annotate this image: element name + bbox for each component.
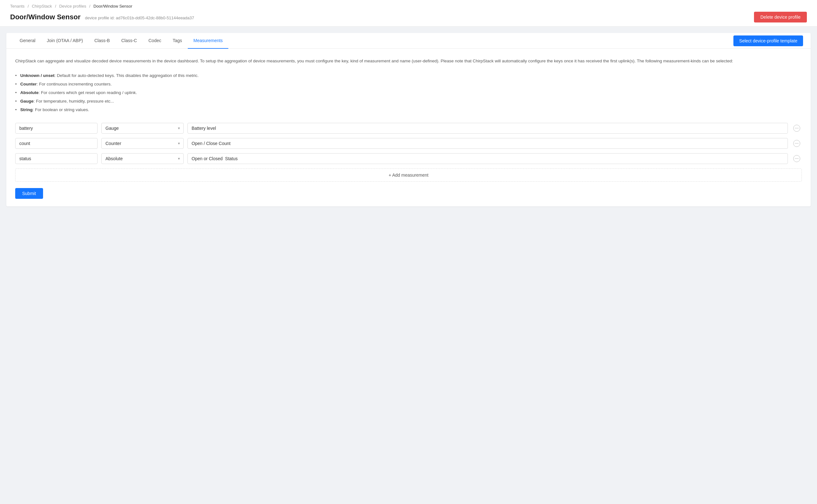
page-subtitle: device profile id: ad76c01b-dd05-42dc-88… <box>85 16 194 20</box>
key-input-count[interactable] <box>15 138 98 149</box>
bullet-absolute: Absolute: For counters which get reset u… <box>15 88 802 97</box>
bullet-gauge: Gauge: For temperature, humidity, pressu… <box>15 97 802 105</box>
bullet-string: String: For boolean or string values. <box>15 105 802 114</box>
key-input-status[interactable] <box>15 153 98 164</box>
add-measurement-button[interactable]: + Add measurement <box>15 168 802 182</box>
breadcrumb-tenants[interactable]: Tenants <box>10 4 25 9</box>
measurements-section: Unknown / unset Counter Absolute Gauge S… <box>15 123 802 182</box>
tab-join[interactable]: Join (OTAA / ABP) <box>41 33 89 49</box>
breadcrumb-device-profiles[interactable]: Device profiles <box>59 4 86 9</box>
remove-status-button[interactable] <box>793 155 800 162</box>
info-paragraph: ChirpStack can aggregate and visualize d… <box>15 58 802 65</box>
submit-section: Submit <box>15 188 802 199</box>
select-template-button[interactable]: Select device-profile template <box>733 35 803 46</box>
tab-codec[interactable]: Codec <box>143 33 167 49</box>
breadcrumb-chirpstack[interactable]: ChirpStack <box>32 4 52 9</box>
name-input-status[interactable] <box>187 153 788 164</box>
remove-battery-button[interactable] <box>793 125 800 132</box>
bullet-unknown: Unknown / unset: Default for auto-detect… <box>15 71 802 80</box>
minus-circle-icon <box>793 155 800 162</box>
bullet-counter: Counter: For continuous incrementing cou… <box>15 80 802 88</box>
delete-device-profile-button[interactable]: Delete device profile <box>754 12 807 22</box>
measurement-row-battery: Unknown / unset Counter Absolute Gauge S… <box>15 123 802 134</box>
tab-tags[interactable]: Tags <box>167 33 188 49</box>
tab-measurements[interactable]: Measurements <box>188 33 229 49</box>
measurement-row-count: Unknown / unset Counter Absolute Gauge S… <box>15 138 802 149</box>
kind-select-status[interactable]: Unknown / unset Counter Absolute Gauge S… <box>101 153 184 164</box>
minus-circle-icon <box>793 140 800 147</box>
tab-class-b[interactable]: Class-B <box>89 33 116 49</box>
tab-general[interactable]: General <box>14 33 41 49</box>
breadcrumb-current: Door/Window Sensor <box>93 4 132 9</box>
submit-button[interactable]: Submit <box>15 188 43 199</box>
remove-count-button[interactable] <box>793 140 800 147</box>
key-input-battery[interactable] <box>15 123 98 134</box>
breadcrumb: Tenants / ChirpStack / Device profiles /… <box>10 4 807 9</box>
bullet-list: Unknown / unset: Default for auto-detect… <box>15 71 802 114</box>
minus-circle-icon <box>793 125 800 132</box>
tab-bar: General Join (OTAA / ABP) Class-B Class-… <box>14 33 228 48</box>
page-title: Door/Window Sensor <box>10 13 80 21</box>
name-input-battery[interactable] <box>187 123 788 134</box>
name-input-count[interactable] <box>187 138 788 149</box>
kind-select-count[interactable]: Unknown / unset Counter Absolute Gauge S… <box>101 138 184 149</box>
kind-select-battery[interactable]: Unknown / unset Counter Absolute Gauge S… <box>101 123 184 134</box>
measurement-row-status: Unknown / unset Counter Absolute Gauge S… <box>15 153 802 164</box>
tab-class-c[interactable]: Class-C <box>116 33 143 49</box>
